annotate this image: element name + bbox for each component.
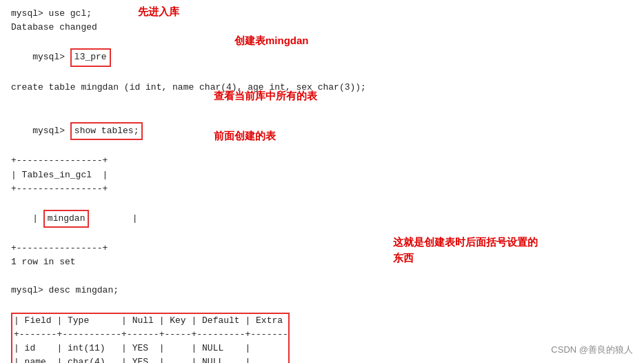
- watermark: CSDN @善良的狼人: [551, 344, 633, 356]
- line-use-gcl: mysql> use gcl;: [11, 7, 633, 21]
- line-sep1: +----------------+: [11, 154, 633, 168]
- create-table-command: l3_pre: [70, 48, 111, 66]
- desc-table: | Field | Type | Null | Key | Default | …: [11, 313, 290, 363]
- line-1row: 1 row in set: [11, 255, 633, 269]
- mysql-prompt-1: mysql>: [32, 52, 70, 62]
- annotation-show-tables: 查看当前库中所有的表: [214, 90, 317, 103]
- line-tables-header: | Tables_in_gcl |: [11, 168, 633, 182]
- mingdan-value: mingdan: [43, 210, 90, 228]
- line-blank-1: [11, 95, 633, 108]
- show-tables-command: show tables;: [70, 122, 143, 140]
- line-db-changed: Database changed: [11, 21, 633, 35]
- line-query-ok: create table mingdan (id int, name char(…: [11, 81, 633, 95]
- line-create-table: mysql> l3_pre: [11, 35, 633, 80]
- mysql-prompt-2: mysql>: [32, 126, 70, 136]
- line-sep3: +----------------+: [11, 242, 633, 255]
- line-mingdan-row: | mingdan |: [11, 196, 633, 242]
- desc-row-name: | name | char(4) | YES | | NULL |: [12, 355, 288, 363]
- annotation-mingdan: 前面创建的表: [214, 130, 276, 143]
- line-show-tables: mysql> show tables;: [11, 108, 633, 154]
- annotation-create-table: 创建表mingdan: [234, 35, 309, 48]
- line-desc: mysql> desc mingdan;: [11, 284, 633, 297]
- annotation-desc: 这就是创建表时后面括号设置的东西: [393, 235, 538, 266]
- desc-row-id: | id | int(11) | YES | | NULL |: [12, 342, 288, 355]
- pipe-prefix: |: [32, 213, 43, 224]
- desc-header: | Field | Type | Null | Key | Default | …: [12, 314, 288, 328]
- desc-sep: +-------+-----------+------+-----+------…: [12, 328, 288, 342]
- annotation-use-db: 先进入库: [138, 6, 179, 19]
- line-sep2: +----------------+: [11, 182, 633, 196]
- pipe-suffix: |: [89, 213, 137, 224]
- line-blank-3: [11, 297, 633, 311]
- line-blank-2: [11, 270, 633, 284]
